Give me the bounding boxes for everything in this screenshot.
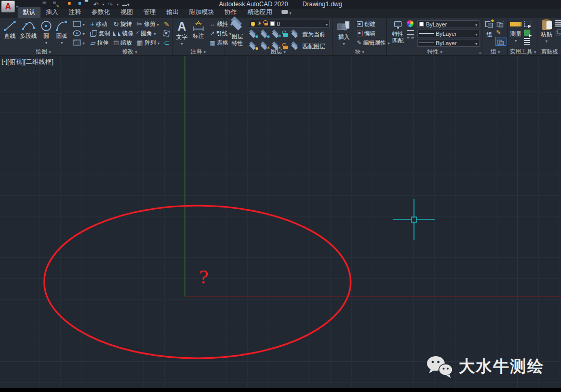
stretch-button[interactable]: ▱拉伸 <box>89 38 111 47</box>
drawing-canvas[interactable]: [-] [俯视] [二维线框] ? <box>0 56 561 388</box>
linetype-dropdown-caret-icon <box>475 40 477 46</box>
panel-group: ★ 组 × ✎ 组 <box>483 18 508 56</box>
measure-caret-icon[interactable] <box>515 37 517 44</box>
ribbon-display-toggle[interactable] <box>282 7 291 18</box>
copy-button[interactable]: 复制 <box>89 29 111 38</box>
tab-collaborate[interactable]: 协作 <box>219 7 242 18</box>
explode-button[interactable] <box>163 29 170 38</box>
undo-caret-icon[interactable]: ▾ <box>102 3 104 7</box>
group-button[interactable]: ★ 组 <box>485 19 494 48</box>
measure-button[interactable]: 测量 <box>510 19 522 48</box>
quick-select-icon <box>524 21 530 27</box>
dimension-button[interactable]: 标注 <box>190 19 207 48</box>
trim-button[interactable]: ✂修剪 <box>136 19 161 29</box>
panel-label-modify[interactable]: 修改 <box>87 48 172 56</box>
tab-featured-apps[interactable]: 精选应用 <box>242 7 277 18</box>
edit-attributes-button[interactable]: ✎编辑属性 <box>356 38 391 47</box>
create-block-button[interactable]: 创建 <box>356 19 391 29</box>
panel-label-draw[interactable]: 绘图 <box>0 48 87 56</box>
match-properties-button[interactable]: 特性 匹配 <box>389 19 407 47</box>
group-edit-button[interactable]: ✎ <box>495 28 506 37</box>
tab-view[interactable]: 视图 <box>115 7 138 18</box>
linetype-dropdown[interactable]: ByLayer <box>417 39 479 47</box>
polyline-button[interactable]: 多段线 <box>18 19 38 48</box>
rectangle-button[interactable] <box>72 19 86 29</box>
tab-insert[interactable]: 插入 <box>41 7 63 18</box>
erase-button[interactable]: ✎ <box>163 19 170 29</box>
tab-addins[interactable]: 附加模块 <box>184 7 219 18</box>
panel-label-annotate[interactable]: 注释 <box>172 48 224 56</box>
layer-dropdown[interactable]: ☀ 0 <box>249 20 330 28</box>
mirror-button[interactable]: 镜像 <box>112 29 135 38</box>
paste-caret-icon[interactable] <box>545 37 547 45</box>
ellipse-icon <box>73 30 81 36</box>
hatch-button[interactable] <box>72 38 86 47</box>
redo-caret-icon[interactable]: ▾ <box>117 3 119 7</box>
autocad-window: A ▾ ✎ ↶ ▾ ↷ ▾ ▬ ▾ Autodesk AutoCAD 2020D… <box>0 0 561 392</box>
properties-dialog-launcher-icon[interactable]: » <box>479 50 482 56</box>
panel-label-utilities[interactable]: 实用工具 <box>508 48 538 56</box>
tab-parametric[interactable]: 参数化 <box>86 7 115 18</box>
panel-properties-caret-icon <box>440 48 442 55</box>
lineweight-dropdown[interactable]: ByLayer <box>417 30 479 37</box>
panel-block-caret-icon <box>362 48 364 55</box>
move-button[interactable]: +移动 <box>89 19 111 29</box>
ungroup-button[interactable]: × <box>495 19 506 28</box>
layer-off-icon[interactable] <box>249 31 257 37</box>
text-caret-icon[interactable] <box>181 40 183 47</box>
tab-manage[interactable]: 管理 <box>138 7 161 18</box>
move-icon: + <box>90 21 95 28</box>
rotate-button[interactable]: ↻旋转 <box>112 19 135 29</box>
panel-label-clipboard[interactable]: 剪贴板 <box>538 48 561 56</box>
bottom-black-strip <box>0 388 561 392</box>
app-menu-button[interactable]: A <box>1 1 15 12</box>
ellipse-entity[interactable] <box>44 206 351 358</box>
panel-properties: 特性 匹配 ByLayer ByLayer <box>387 18 483 56</box>
fillet-button[interactable]: ◜圆角 <box>136 29 161 38</box>
scale-button[interactable]: ⊡缩放 <box>112 38 135 47</box>
copy-clip-button[interactable] <box>554 28 561 37</box>
circle-caret-icon[interactable] <box>45 39 47 46</box>
qat-customize-icon[interactable]: ▬ ▾ <box>122 2 129 7</box>
insert-caret-icon[interactable] <box>343 40 345 47</box>
layer-lock-icon[interactable] <box>283 33 288 37</box>
layer-set-current-icon[interactable] <box>291 31 299 37</box>
select-all-button[interactable] <box>523 28 531 37</box>
layer-isolate-icon[interactable] <box>260 31 269 37</box>
panel-label-group[interactable]: 组 <box>483 48 507 56</box>
copy-icon <box>90 30 97 37</box>
line-button[interactable]: 直线 <box>2 19 18 48</box>
panel-label-layers[interactable]: 图层 <box>224 48 332 56</box>
quick-select-button[interactable] <box>523 19 531 28</box>
object-color-dropdown[interactable]: ByLayer <box>417 20 479 28</box>
array-caret-icon <box>157 39 159 46</box>
panel-label-block[interactable]: 块 <box>332 48 386 56</box>
edit-block-button[interactable]: 编辑 <box>356 29 391 38</box>
offset-button[interactable]: ⊂ <box>163 38 170 47</box>
panel-label-properties[interactable]: 特性 <box>387 48 483 56</box>
circle-button[interactable]: 圆 <box>38 19 54 48</box>
arc-button[interactable]: 圆弧 <box>54 19 70 48</box>
group-selection-toggle[interactable] <box>495 37 506 46</box>
quick-calc-button[interactable] <box>523 37 531 46</box>
text-button[interactable]: A 文字 <box>175 19 189 48</box>
set-current-button[interactable]: 置为当前 <box>302 30 325 39</box>
tab-annotate[interactable]: 注释 <box>63 7 86 18</box>
paste-button[interactable]: 粘贴 <box>540 19 553 48</box>
tab-output[interactable]: 输出 <box>161 7 184 18</box>
wechat-icon <box>425 355 453 379</box>
layer-freeze-icon[interactable]: ❄ <box>272 31 280 37</box>
crosshair-cursor <box>393 199 435 240</box>
ellipse-tool-button[interactable] <box>72 29 86 38</box>
fillet-caret-icon <box>154 30 156 36</box>
array-button[interactable]: ▦阵列 <box>136 38 161 47</box>
circle-icon <box>40 20 52 32</box>
measure-icon <box>510 22 522 26</box>
layer-properties-button[interactable]: 图层 特性 <box>227 19 248 51</box>
tab-default[interactable]: 默认 <box>18 7 41 18</box>
object-color-swatch <box>419 22 424 26</box>
arc-caret-icon[interactable] <box>61 39 63 46</box>
layer-dropdown-value: 0 <box>277 21 324 27</box>
insert-block-button[interactable]: 插入 <box>335 19 353 48</box>
cut-button[interactable] <box>554 19 561 28</box>
